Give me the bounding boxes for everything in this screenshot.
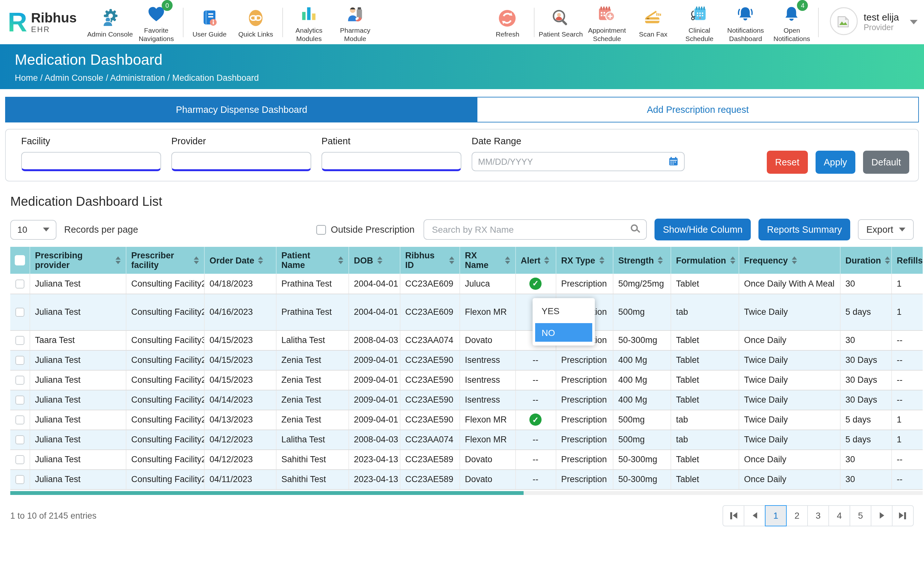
default-button[interactable]: Default bbox=[863, 151, 909, 174]
cell-patient-name: Sahithi Test bbox=[276, 450, 349, 469]
column-header-alert[interactable]: Alert bbox=[515, 247, 556, 274]
nav-item-favorite-navigations[interactable]: 0Favorite Navigations bbox=[133, 2, 179, 42]
nav-item-pharmacy-module[interactable]: Pharmacy Module bbox=[332, 2, 378, 42]
sort-icon[interactable] bbox=[377, 256, 382, 264]
nav-item-patient-search[interactable]: Patient Search bbox=[538, 6, 584, 38]
first-page-button[interactable] bbox=[722, 505, 744, 526]
column-header-duration[interactable]: Duration bbox=[840, 247, 891, 274]
column-header-rx-type[interactable]: RX Type bbox=[556, 247, 613, 274]
export-button[interactable]: Export bbox=[858, 219, 914, 240]
column-header-refills[interactable]: Refills bbox=[891, 247, 923, 274]
alert-dropdown-option-yes[interactable]: YES bbox=[533, 301, 595, 320]
apply-button[interactable]: Apply bbox=[816, 151, 856, 174]
page-button-2[interactable]: 2 bbox=[786, 505, 808, 526]
sort-icon[interactable] bbox=[449, 256, 454, 264]
alert-check-icon[interactable]: ✓ bbox=[529, 414, 541, 426]
column-header-patient-name[interactable]: Patient Name bbox=[276, 247, 349, 274]
page-button-5[interactable]: 5 bbox=[850, 505, 871, 526]
nav-item-user-guide[interactable]: User Guide bbox=[186, 6, 233, 38]
page-button-1[interactable]: 1 bbox=[765, 505, 787, 526]
page-button-4[interactable]: 4 bbox=[829, 505, 850, 526]
breadcrumb[interactable]: Home / Admin Console / Administration / … bbox=[15, 73, 924, 83]
reports-summary-button[interactable]: Reports Summary bbox=[758, 219, 850, 240]
tab-pharmacy-dispense-dashboard[interactable]: Pharmacy Dispense Dashboard bbox=[6, 97, 477, 122]
column-header-prescribing-provider[interactable]: Prescribing provider bbox=[29, 247, 126, 274]
column-header-prescriber-facility[interactable]: Prescriber facility bbox=[126, 247, 204, 274]
calendar-icon[interactable] bbox=[669, 156, 678, 166]
nav-item-open-notifications[interactable]: 4Open Notifications bbox=[769, 2, 815, 42]
records-per-page-label: Records per page bbox=[64, 224, 138, 235]
column-header-ribhus-id[interactable]: Ribhus ID bbox=[400, 247, 459, 274]
previous-page-button[interactable] bbox=[744, 505, 766, 526]
column-header-strength[interactable]: Strength bbox=[613, 247, 670, 274]
provider-input[interactable] bbox=[171, 152, 311, 171]
sort-icon[interactable] bbox=[599, 256, 604, 264]
row-checkbox[interactable] bbox=[15, 475, 24, 484]
reset-button[interactable]: Reset bbox=[767, 151, 808, 174]
nav-item-admin-console[interactable]: Admin Console bbox=[87, 6, 133, 38]
row-checkbox[interactable] bbox=[15, 279, 24, 288]
search-icon[interactable] bbox=[631, 224, 638, 231]
alert-check-icon[interactable]: ✓ bbox=[529, 277, 541, 290]
nav-item-notifications-dashboard[interactable]: Notifications Dashboard bbox=[722, 2, 769, 42]
sort-icon[interactable] bbox=[258, 256, 263, 264]
sort-icon[interactable] bbox=[115, 256, 120, 264]
column-label: DOB bbox=[354, 255, 373, 265]
row-checkbox[interactable] bbox=[15, 356, 24, 365]
column-header-formulation[interactable]: Formulation bbox=[670, 247, 738, 274]
patient-input[interactable] bbox=[321, 152, 461, 171]
show-hide-column-button[interactable]: Show/Hide Column bbox=[654, 219, 751, 240]
nav-item-appointment-schedule[interactable]: Appointment Schedule bbox=[584, 2, 630, 42]
column-header-dob[interactable]: DOB bbox=[349, 247, 400, 274]
row-checkbox[interactable] bbox=[15, 376, 24, 385]
cell-prescribing-provider: Juliana Test bbox=[29, 430, 126, 450]
sort-icon[interactable] bbox=[658, 256, 663, 264]
horizontal-scrollbar-thumb[interactable] bbox=[10, 491, 523, 495]
sort-icon[interactable] bbox=[338, 256, 343, 264]
calendar-icon-wrap[interactable] bbox=[669, 156, 678, 166]
row-checkbox[interactable] bbox=[15, 435, 24, 444]
sort-icon[interactable] bbox=[505, 256, 510, 264]
column-header-order-date[interactable]: Order Date bbox=[204, 247, 276, 274]
last-page-button[interactable] bbox=[892, 505, 914, 526]
column-header-frequency[interactable]: Frequency bbox=[738, 247, 840, 274]
nav-item-quick-links[interactable]: Quick Links bbox=[233, 6, 279, 38]
brand-logo[interactable]: R Ribhus EHR bbox=[8, 10, 77, 34]
row-checkbox[interactable] bbox=[15, 308, 24, 317]
sort-icon[interactable] bbox=[544, 256, 549, 264]
cell-order-date: 04/14/2023 bbox=[204, 390, 276, 410]
row-checkbox[interactable] bbox=[15, 455, 24, 464]
cell-strength: 400 Mg bbox=[613, 390, 670, 410]
nav-item-scan-fax[interactable]: Scan Fax bbox=[630, 6, 676, 38]
facility-input[interactable] bbox=[21, 152, 161, 171]
row-select-cell bbox=[10, 450, 29, 469]
outside-prescription-checkbox[interactable] bbox=[316, 225, 326, 234]
sort-icon[interactable] bbox=[730, 256, 735, 264]
select-all-checkbox[interactable] bbox=[15, 255, 25, 266]
date-range-input[interactable] bbox=[472, 152, 685, 171]
next-page-button[interactable] bbox=[871, 505, 893, 526]
records-per-page-select[interactable]: 10 bbox=[10, 219, 57, 239]
page-button-3[interactable]: 3 bbox=[807, 505, 829, 526]
cell-prescriber-facility: Consulting Facility2 bbox=[126, 370, 204, 390]
nav-item-clinical-schedule[interactable]: Clinical Schedule bbox=[676, 2, 722, 42]
row-checkbox[interactable] bbox=[15, 396, 24, 405]
cell-frequency: Twice Daily bbox=[738, 430, 840, 450]
cell-dob: 2009-04-01 bbox=[349, 350, 400, 370]
sort-icon[interactable] bbox=[792, 256, 797, 264]
alert-dropdown-option-no[interactable]: NO bbox=[535, 323, 592, 342]
sort-icon[interactable] bbox=[885, 256, 890, 264]
user-menu[interactable]: test elija Provider bbox=[830, 7, 918, 37]
tab-add-prescription-request[interactable]: Add Prescription request bbox=[477, 97, 918, 122]
row-checkbox[interactable] bbox=[15, 416, 24, 424]
cell-refills: -- bbox=[891, 330, 923, 350]
cell-formulation: Tablet bbox=[670, 469, 738, 489]
row-checkbox[interactable] bbox=[15, 336, 24, 345]
chevron-down-icon[interactable] bbox=[910, 20, 918, 24]
cell-order-date: 04/12/2023 bbox=[204, 450, 276, 469]
nav-item-analytics-modules[interactable]: Analytics Modules bbox=[286, 2, 332, 42]
search-input[interactable] bbox=[423, 219, 647, 240]
sort-icon[interactable] bbox=[194, 256, 199, 264]
column-header-rx-name[interactable]: RX Name bbox=[459, 247, 515, 274]
nav-item-refresh[interactable]: Refresh bbox=[485, 6, 531, 38]
